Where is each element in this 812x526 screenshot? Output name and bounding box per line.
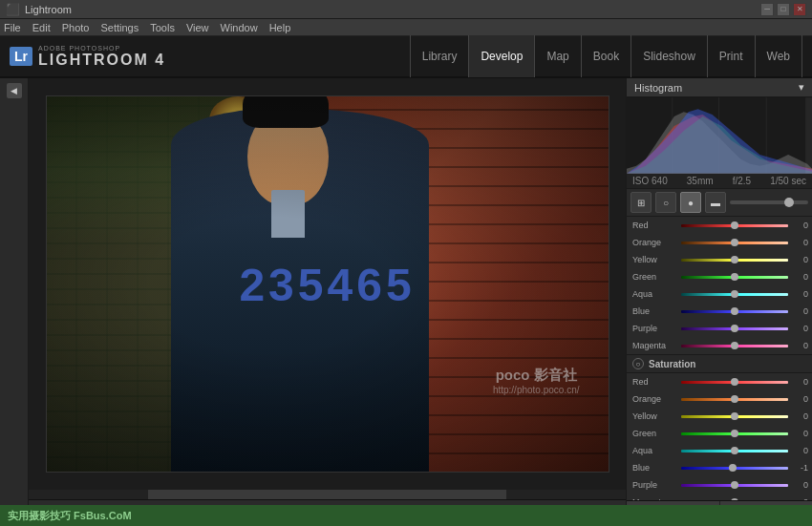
- slider-row-sat-red: Red 0: [627, 373, 812, 390]
- histogram-chevron[interactable]: ▾: [799, 81, 804, 94]
- main-content: ◀: [0, 78, 812, 526]
- exif-focal: 35mm: [687, 176, 714, 186]
- tool-slider[interactable]: [730, 200, 808, 204]
- grid-tool[interactable]: ⊞: [630, 192, 652, 213]
- app-header: Lr ADOBE PHOTOSHOP LIGHTROOM 4 Library D…: [0, 36, 812, 78]
- menu-file[interactable]: File: [4, 22, 21, 33]
- slider-row-sat-purple: Purple 0: [627, 476, 812, 494]
- saturation-toggle-circle[interactable]: ○: [632, 358, 644, 369]
- menu-window[interactable]: Window: [221, 22, 258, 33]
- slider-track-hue-red[interactable]: [681, 224, 788, 227]
- slider-label-aqua: Aqua: [632, 289, 678, 299]
- tab-print[interactable]: Print: [708, 35, 756, 77]
- slider-val-hue-yellow: 0: [791, 255, 808, 264]
- slider-track-sat-aqua[interactable]: [681, 450, 788, 452]
- app-icon: ⬛: [6, 3, 20, 16]
- watermark-number: 235465: [239, 258, 415, 310]
- slider-thumb[interactable]: [731, 378, 738, 386]
- slider-label-purple: Purple: [632, 324, 678, 333]
- menu-photo[interactable]: Photo: [62, 22, 90, 33]
- slider-thumb[interactable]: [731, 430, 738, 437]
- menu-help[interactable]: Help: [269, 22, 291, 33]
- slider-track-sat-red[interactable]: [681, 381, 788, 384]
- slider-thumb[interactable]: [731, 221, 738, 229]
- slider-thumb[interactable]: [731, 307, 738, 315]
- tool-slider-thumb: [784, 198, 794, 207]
- slider-thumb[interactable]: [731, 498, 738, 500]
- slider-track-sat-yellow[interactable]: [681, 415, 788, 418]
- circle-tool[interactable]: ○: [655, 192, 676, 213]
- tools-bar: ⊞ ○ ● ▬: [627, 189, 812, 217]
- histogram-chart: [627, 97, 812, 174]
- tab-web[interactable]: Web: [756, 35, 802, 77]
- slider-val-hue-magenta: 0: [791, 341, 808, 350]
- photo-container[interactable]: 235465 poco 影音社 http://photo.poco.cn/: [29, 78, 626, 490]
- slider-row-hue-aqua: Aqua 0: [627, 285, 812, 303]
- slider-row-hue-green: Green 0: [627, 268, 812, 285]
- slider-thumb[interactable]: [731, 412, 738, 420]
- slider-thumb[interactable]: [731, 256, 738, 263]
- slider-row-hue-purple: Purple 0: [627, 320, 812, 337]
- slider-val-hue-blue: 0: [791, 306, 808, 316]
- slider-track-hue-yellow[interactable]: [681, 259, 788, 262]
- slider-thumb[interactable]: [731, 239, 738, 246]
- slider-label-green: Green: [632, 272, 678, 282]
- left-panel: ◀: [0, 78, 29, 526]
- histogram-label: Histogram: [634, 82, 682, 94]
- slider-val-hue-orange: 0: [791, 238, 808, 247]
- slider-thumb[interactable]: [731, 342, 738, 349]
- slider-thumb[interactable]: [731, 447, 738, 454]
- poco-url: http://photo.poco.cn/: [493, 385, 580, 395]
- footer-label: 实用摄影技巧 FsBus.CoM: [8, 509, 132, 523]
- tab-book[interactable]: Book: [582, 35, 631, 77]
- tab-develop[interactable]: Develop: [469, 35, 535, 77]
- slider-track-hue-green[interactable]: [681, 276, 788, 279]
- minimize-button[interactable]: ─: [760, 3, 774, 16]
- slider-thumb[interactable]: [731, 325, 738, 332]
- menu-tools[interactable]: Tools: [150, 22, 175, 33]
- slider-track-sat-green[interactable]: [681, 432, 788, 435]
- slider-row-hue-magenta: Magenta 0: [627, 337, 812, 354]
- slider-track-hue-aqua[interactable]: [681, 293, 788, 296]
- menu-settings[interactable]: Settings: [100, 22, 139, 33]
- slider-label-blue: Blue: [632, 306, 678, 316]
- tab-library[interactable]: Library: [410, 35, 470, 77]
- slider-track-hue-orange[interactable]: [681, 242, 788, 244]
- saturation-title: Saturation: [649, 359, 695, 369]
- slider-val-hue-purple: 0: [791, 324, 808, 333]
- slider-thumb[interactable]: [731, 481, 738, 489]
- slider-row-sat-aqua: Aqua 0: [627, 442, 812, 459]
- slider-thumb[interactable]: [729, 464, 737, 472]
- menu-edit[interactable]: Edit: [32, 22, 51, 33]
- slider-val-hue-red: 0: [791, 221, 808, 230]
- slider-track-hue-purple[interactable]: [681, 327, 788, 330]
- slider-track-hue-magenta[interactable]: [681, 345, 788, 347]
- exif-aperture: f/2.5: [733, 176, 751, 186]
- band-tool[interactable]: ▬: [705, 192, 726, 213]
- poco-brand: poco 影音社: [493, 367, 580, 385]
- dot-tool[interactable]: ●: [680, 192, 701, 213]
- slider-track-hue-blue[interactable]: [681, 310, 788, 313]
- slider-track-sat-orange[interactable]: [681, 398, 788, 401]
- maximize-button[interactable]: □: [777, 3, 790, 16]
- svg-rect-4: [805, 97, 812, 174]
- histogram-header: Histogram ▾: [627, 78, 812, 97]
- watermark: 235465: [239, 258, 415, 310]
- window-controls[interactable]: ─ □ ✕: [760, 3, 806, 16]
- slider-thumb[interactable]: [731, 395, 738, 403]
- slider-row-sat-green: Green 0: [627, 425, 812, 442]
- menu-view[interactable]: View: [186, 22, 209, 33]
- close-button[interactable]: ✕: [793, 3, 806, 16]
- tab-map[interactable]: Map: [535, 35, 581, 77]
- slider-thumb[interactable]: [731, 273, 738, 281]
- saturation-section-toggle[interactable]: ○ Saturation: [627, 354, 812, 373]
- tab-slideshow[interactable]: Slideshow: [631, 35, 708, 77]
- slider-track-sat-blue[interactable]: [681, 467, 788, 470]
- slider-row-sat-magenta: Magenta 0: [627, 494, 812, 500]
- exif-bar: ISO 640 35mm f/2.5 1/50 sec: [627, 174, 812, 189]
- horizontal-scrollbar[interactable]: [29, 490, 626, 499]
- slider-thumb[interactable]: [731, 290, 738, 298]
- left-tool-1[interactable]: ◀: [7, 83, 22, 98]
- slider-track-sat-purple[interactable]: [681, 484, 788, 487]
- exif-iso: ISO 640: [632, 176, 668, 186]
